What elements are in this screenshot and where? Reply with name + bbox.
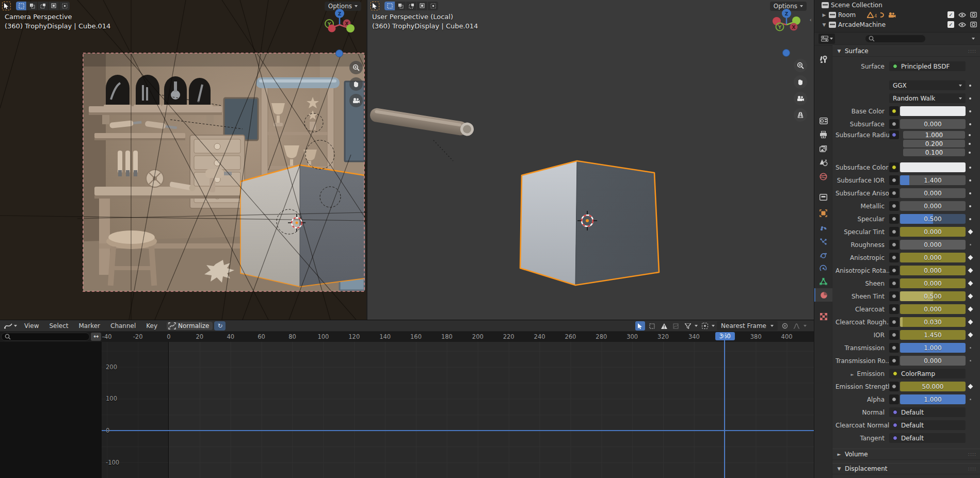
outliner[interactable]: Scene Collection ▶ Room 4 ✓ <box>814 0 980 32</box>
decorator-dot[interactable] <box>969 110 971 112</box>
tab-object-data[interactable] <box>814 275 832 288</box>
tab-texture[interactable] <box>814 310 832 323</box>
decorator-dot[interactable] <box>969 218 971 220</box>
curve-plot-area[interactable]: 2001000-100 <box>102 342 814 478</box>
specular-slider[interactable]: 0.500 <box>900 214 966 224</box>
radius-z-field[interactable]: 0.100 <box>903 149 965 156</box>
tab-world[interactable] <box>814 170 832 183</box>
vector-socket-button[interactable] <box>889 130 899 139</box>
float-socket-button[interactable] <box>889 304 899 314</box>
tab-view-layer[interactable] <box>814 142 832 155</box>
displacement-panel-header[interactable]: ▼ Displacement :::: <box>832 463 980 474</box>
float-socket-button[interactable] <box>889 119 899 129</box>
navigation-gizmo[interactable]: Z Y X <box>323 7 356 40</box>
float-socket-button[interactable] <box>889 330 899 340</box>
proportional-edit-button[interactable] <box>700 321 710 331</box>
select-box-button[interactable] <box>27 2 37 10</box>
float-socket-button[interactable] <box>889 240 899 250</box>
tab-scene[interactable] <box>814 156 832 169</box>
menu-marker[interactable]: Marker <box>74 320 105 332</box>
zoom-icon[interactable] <box>794 59 807 72</box>
radius-y-field[interactable]: 0.200 <box>903 140 965 147</box>
float-socket-button[interactable] <box>889 291 899 301</box>
editor-type-button[interactable] <box>2 322 19 330</box>
menu-select[interactable]: Select <box>44 320 73 332</box>
playhead-line[interactable] <box>724 333 725 478</box>
disclosure-triangle-icon[interactable]: ▶ <box>822 12 827 18</box>
panel-drag-grip[interactable]: :::: <box>968 452 976 457</box>
float-socket-button[interactable] <box>889 227 899 237</box>
subsurface-slider[interactable]: 0.000 <box>900 119 966 129</box>
tab-material[interactable] <box>814 288 832 302</box>
float-socket-button[interactable] <box>889 317 899 327</box>
camera-toggle-icon[interactable] <box>349 94 363 107</box>
camera-toggle-icon[interactable] <box>794 92 807 105</box>
navigation-gizmo[interactable]: Z Y X <box>770 7 803 40</box>
selected-cube[interactable] <box>520 161 659 285</box>
viewport-camera[interactable]: Options Camera Perspective (360) TrophyD… <box>0 0 366 320</box>
decorator-dot[interactable] <box>969 167 971 169</box>
box-select-tool-button[interactable] <box>647 321 657 331</box>
keyframe-diamond[interactable] <box>968 320 973 325</box>
float-socket-button[interactable] <box>889 356 899 366</box>
decorator-small-dot[interactable] <box>970 244 971 245</box>
disclosure-triangle-icon[interactable]: ▼ <box>822 22 827 27</box>
keyframe-diamond[interactable] <box>968 294 973 299</box>
tab-render[interactable] <box>814 114 832 127</box>
sheen-tint-slider[interactable]: 0.500 <box>900 291 966 301</box>
decorator-dot[interactable] <box>969 134 971 136</box>
decorator-dot[interactable] <box>969 179 971 182</box>
keyframe-diamond[interactable] <box>968 255 973 260</box>
outliner-row-arcademachine[interactable]: ▼ ArcadeMachine ✓ <box>814 20 980 29</box>
properties-display-filter-button[interactable] <box>818 34 835 44</box>
surface-shader-field[interactable]: Principled BSDF <box>889 61 966 71</box>
filter-button[interactable] <box>683 321 693 331</box>
decorator-dot[interactable] <box>969 143 971 145</box>
keyframe-diamond[interactable] <box>968 229 973 235</box>
tab-tool[interactable] <box>814 53 832 66</box>
transmission-slider[interactable]: 1.000 <box>900 343 966 353</box>
frame-ruler[interactable]: -40-200204060801001201401601802002202402… <box>101 332 814 342</box>
anisotropic-rotation-slider[interactable]: 0.000 <box>900 266 966 275</box>
base-color-swatch[interactable] <box>900 106 966 116</box>
alpha-slider[interactable]: 1.000 <box>900 394 966 404</box>
tweak-tool-button[interactable] <box>371 2 379 10</box>
snap-mode-dropdown[interactable]: Nearest Frame <box>717 321 778 331</box>
tab-physics[interactable] <box>814 249 832 262</box>
pivot-point-button[interactable] <box>780 321 790 331</box>
render-visibility-icon[interactable] <box>970 12 977 18</box>
select-tweak-button[interactable] <box>384 2 395 10</box>
outliner-row-scene-collection[interactable]: Scene Collection <box>814 0 980 10</box>
subsurface-aniso-slider[interactable]: 0.000 <box>900 188 966 198</box>
float-socket-button[interactable] <box>889 253 899 262</box>
decorator-small-dot[interactable] <box>970 347 971 349</box>
clearcoat-normal-field[interactable]: Default <box>889 420 966 430</box>
subsurface-color-swatch[interactable] <box>900 162 966 172</box>
color-socket-button[interactable] <box>889 106 899 116</box>
keyframe-diamond[interactable] <box>968 384 973 389</box>
outliner-row-room[interactable]: ▶ Room 4 ✓ <box>814 10 980 20</box>
select-circle-button[interactable] <box>406 2 416 10</box>
show-errors-button[interactable] <box>659 321 669 331</box>
falloff-button[interactable] <box>792 321 801 331</box>
tab-collection[interactable] <box>814 190 832 204</box>
zoom-icon[interactable] <box>349 61 363 74</box>
eye-icon[interactable] <box>958 22 966 27</box>
menu-channel[interactable]: Channel <box>105 320 141 332</box>
select-tweak-button[interactable] <box>16 2 26 10</box>
clearcoat-roughness-slider[interactable]: 0.030 <box>900 317 966 327</box>
region-collapse-chevron[interactable]: ‹ <box>810 17 812 23</box>
decorator-dot[interactable] <box>969 123 971 125</box>
emission-node-field[interactable]: ColorRamp <box>889 369 966 378</box>
keyframe-diamond[interactable] <box>968 333 973 338</box>
subsurface-ior-slider[interactable]: 1.400 <box>900 175 966 185</box>
select-lasso-button[interactable] <box>417 2 427 10</box>
selectable-checkbox[interactable]: ✓ <box>947 21 954 28</box>
anisotropic-slider[interactable]: 0.000 <box>900 253 966 262</box>
float-socket-button[interactable] <box>889 266 899 275</box>
ghost-curves-button[interactable] <box>671 321 681 331</box>
camera-view-indicator[interactable] <box>782 49 790 57</box>
ortho-grid-icon[interactable] <box>794 108 807 122</box>
keyframe-diamond[interactable] <box>968 307 973 312</box>
keyframe-diamond[interactable] <box>968 281 973 286</box>
